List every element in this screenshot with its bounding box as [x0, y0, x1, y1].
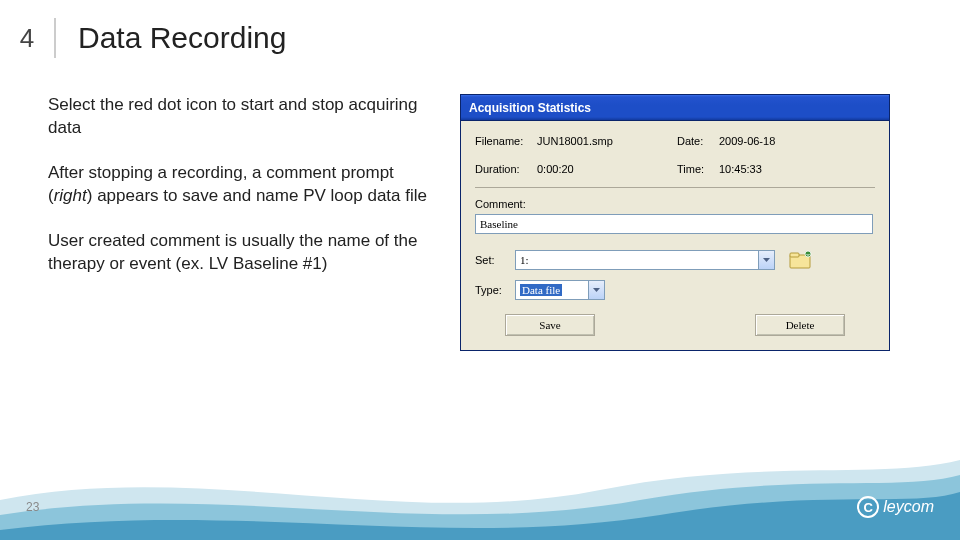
set-dropdown[interactable]: 1:	[515, 250, 775, 270]
set-label: Set:	[475, 254, 515, 266]
body-text: Select the red dot icon to start and sto…	[48, 94, 428, 351]
comment-input[interactable]: Baseline	[475, 214, 873, 234]
svg-marker-4	[593, 288, 600, 292]
delete-button[interactable]: Delete	[755, 314, 845, 336]
slide-header: 4 Data Recording	[0, 0, 960, 58]
page-number: 23	[26, 500, 39, 514]
time-value: 10:45:33	[719, 163, 762, 175]
paragraph-3: User created comment is usually the name…	[48, 230, 428, 276]
separator	[475, 187, 875, 188]
folder-icon[interactable]	[787, 248, 815, 272]
paragraph-1: Select the red dot icon to start and sto…	[48, 94, 428, 140]
save-button[interactable]: Save	[505, 314, 595, 336]
section-number: 4	[0, 18, 56, 58]
type-label: Type:	[475, 284, 515, 296]
chevron-down-icon[interactable]	[758, 251, 774, 269]
date-value: 2009-06-18	[719, 135, 775, 147]
filename-value: JUN18001.smp	[537, 135, 677, 147]
acquisition-statistics-dialog: Acquisition Statistics Filename: JUN1800…	[460, 94, 890, 351]
brand-mark-icon: C	[857, 496, 879, 518]
p2-part-c: ) appears to save and name PV loop data …	[87, 186, 427, 205]
brand-logo: C leycom	[857, 496, 934, 518]
comment-input-value: Baseline	[480, 218, 518, 230]
date-label: Date:	[677, 135, 719, 147]
comment-label: Comment:	[475, 198, 875, 210]
dialog-titlebar[interactable]: Acquisition Statistics	[461, 95, 889, 121]
duration-label: Duration:	[475, 163, 537, 175]
time-label: Time:	[677, 163, 719, 175]
chevron-down-icon[interactable]	[588, 281, 604, 299]
slide-title: Data Recording	[56, 21, 286, 55]
brand-text: leycom	[883, 498, 934, 516]
footer-decoration	[0, 430, 960, 540]
paragraph-2: After stopping a recording, a comment pr…	[48, 162, 428, 208]
duration-value: 0:00:20	[537, 163, 677, 175]
filename-label: Filename:	[475, 135, 537, 147]
type-dropdown[interactable]: Data file	[515, 280, 605, 300]
p2-part-italic: right	[54, 186, 87, 205]
svg-marker-0	[763, 258, 770, 262]
svg-rect-2	[790, 253, 799, 257]
set-dropdown-value: 1:	[520, 254, 529, 266]
type-dropdown-value: Data file	[520, 284, 562, 296]
